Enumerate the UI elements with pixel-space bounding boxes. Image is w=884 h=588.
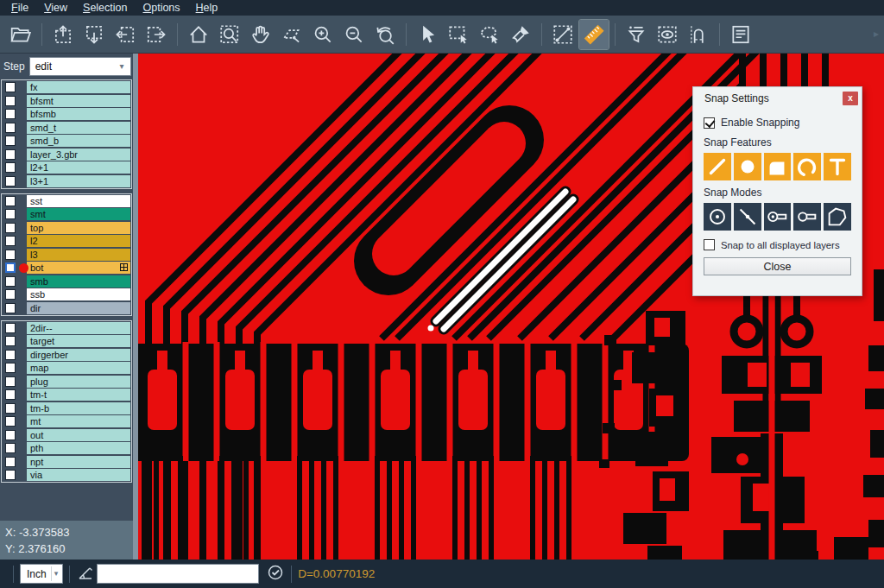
layer-checkbox-bfsmb[interactable] [5, 109, 16, 119]
layer-label-sst[interactable]: sst [27, 195, 130, 207]
layer-label-bfsmb[interactable]: bfsmb [27, 108, 130, 120]
layer-label-smd_t[interactable]: smd_t [27, 122, 130, 134]
measure-line-button[interactable] [548, 20, 578, 49]
layer-label-pth[interactable]: pth [27, 442, 130, 454]
layer-checkbox-tm-b[interactable] [5, 403, 16, 414]
layer-label-layer_3.gbr[interactable]: layer_3.gbr [27, 149, 130, 161]
pcb-canvas[interactable]: Snap Settings x Enable Snapping Snap Fea… [138, 54, 884, 560]
layer-checkbox-layer_3.gbr[interactable] [5, 149, 16, 160]
snap-center-button[interactable] [704, 203, 731, 231]
home-button[interactable] [184, 20, 213, 49]
unit-select[interactable]: Inch ▾ [20, 564, 63, 584]
layer-label-dirgerber[interactable]: dirgerber [27, 349, 130, 361]
dialog-close-icon[interactable]: x [843, 92, 858, 105]
layer-checkbox-fx[interactable] [5, 82, 16, 92]
layer-checkbox-plug[interactable] [5, 376, 16, 387]
open-folder-button[interactable] [6, 20, 35, 49]
layer-form-button[interactable] [726, 20, 755, 49]
layer-label-ssb[interactable]: ssb [27, 288, 130, 300]
clean-brush-button[interactable] [506, 20, 535, 49]
layer-checkbox-map[interactable] [5, 363, 16, 373]
layer-checkbox-l2+1[interactable] [5, 162, 16, 173]
menu-help[interactable]: Help [188, 0, 226, 16]
zoom-in-button[interactable] [308, 20, 338, 49]
layer-checkbox-ssb[interactable] [5, 289, 16, 300]
menu-selection[interactable]: Selection [75, 0, 135, 16]
layer-label-bot[interactable]: bot [27, 262, 130, 274]
snap-route-end-button[interactable] [764, 203, 792, 231]
layer-label-l2[interactable]: l2 [27, 235, 130, 247]
layer-label-top[interactable]: top [27, 222, 130, 234]
menu-file[interactable]: File [3, 0, 36, 16]
layer-checkbox-tm-t[interactable] [5, 389, 16, 400]
toolbar-overflow-chevron[interactable]: ▸ [874, 28, 879, 40]
layer-label-tm-b[interactable]: tm-b [27, 402, 130, 414]
enable-snapping-checkbox[interactable] [704, 117, 715, 129]
pan-right-button[interactable] [142, 20, 171, 49]
snap-pad-button[interactable] [734, 153, 761, 180]
snap-line-button[interactable] [704, 153, 731, 180]
layer-label-mt[interactable]: mt [27, 415, 130, 427]
layer-label-l3+1[interactable]: l3+1 [27, 175, 130, 187]
layer-label-plug[interactable]: plug [27, 376, 130, 388]
layer-label-smb[interactable]: smb [27, 275, 130, 288]
select-polygon-button[interactable] [475, 20, 504, 49]
layer-checkbox-dir[interactable] [5, 303, 16, 313]
all-layers-checkbox[interactable] [704, 239, 715, 250]
layer-checkbox-dirgerber[interactable] [5, 350, 16, 360]
show-eye-button[interactable] [653, 20, 682, 49]
snap-text-button[interactable] [824, 153, 851, 180]
command-input[interactable] [97, 564, 259, 584]
zoom-polygon-button[interactable] [277, 20, 306, 49]
layer-checkbox-mt[interactable] [5, 416, 16, 427]
layer-label-npt[interactable]: npt [27, 456, 130, 468]
layer-label-out[interactable]: out [27, 429, 130, 441]
snap-arc-button[interactable] [793, 153, 821, 180]
filter-button[interactable] [622, 20, 651, 49]
apply-check-icon[interactable] [266, 563, 285, 585]
dialog-title-bar[interactable]: Snap Settings x [693, 87, 862, 109]
ruler-button[interactable] [579, 20, 609, 49]
layer-checkbox-bfsmt[interactable] [5, 96, 16, 106]
layer-checkbox-smd_b[interactable] [5, 136, 16, 146]
layer-checkbox-via[interactable] [5, 470, 16, 480]
layer-checkbox-smb[interactable] [5, 276, 16, 287]
select-rect-button[interactable] [444, 20, 473, 49]
layer-checkbox-pth[interactable] [5, 443, 16, 453]
pan-hand-button[interactable] [246, 20, 275, 49]
step-select[interactable]: edit ▾ [29, 57, 131, 76]
layer-checkbox-2dir--[interactable] [5, 323, 16, 333]
select-arrow-button[interactable] [413, 20, 442, 49]
menu-options[interactable]: Options [135, 0, 187, 16]
close-button[interactable]: Close [704, 257, 851, 275]
layer-checkbox-l3+1[interactable] [5, 176, 16, 187]
pan-down-button[interactable] [79, 20, 109, 49]
layer-checkbox-top[interactable] [5, 223, 16, 233]
layer-label-fx[interactable]: fx [27, 81, 130, 93]
zoom-out-button[interactable] [339, 20, 369, 49]
layer-checkbox-out[interactable] [5, 430, 16, 440]
layer-checkbox-l2[interactable] [5, 236, 16, 246]
pan-left-button[interactable] [110, 20, 140, 49]
menu-view[interactable]: View [36, 0, 75, 16]
snap-surface-button[interactable] [764, 153, 792, 180]
snap-magnet-button[interactable] [684, 20, 713, 49]
layer-checkbox-smd_t[interactable] [5, 123, 16, 133]
layer-label-map[interactable]: map [27, 362, 130, 374]
snap-nearest-button[interactable] [734, 203, 761, 231]
layer-label-dir[interactable]: dir [27, 302, 130, 314]
layer-label-target[interactable]: target [27, 335, 130, 347]
layer-label-l2+1[interactable]: l2+1 [27, 161, 130, 174]
layer-label-smd_b[interactable]: smd_b [27, 135, 130, 147]
zoom-window-button[interactable] [215, 20, 244, 49]
layer-checkbox-bot[interactable] [5, 262, 16, 273]
layer-checkbox-smt[interactable] [5, 209, 16, 219]
pan-up-button[interactable] [48, 20, 78, 49]
zoom-previous-button[interactable] [370, 20, 400, 49]
snap-route-button[interactable] [793, 203, 821, 231]
layer-label-via[interactable]: via [27, 469, 130, 481]
layer-checkbox-npt[interactable] [5, 457, 16, 467]
layer-label-bfsmt[interactable]: bfsmt [27, 95, 130, 107]
layer-label-smt[interactable]: smt [27, 208, 130, 220]
snap-outline-button[interactable] [824, 203, 851, 231]
